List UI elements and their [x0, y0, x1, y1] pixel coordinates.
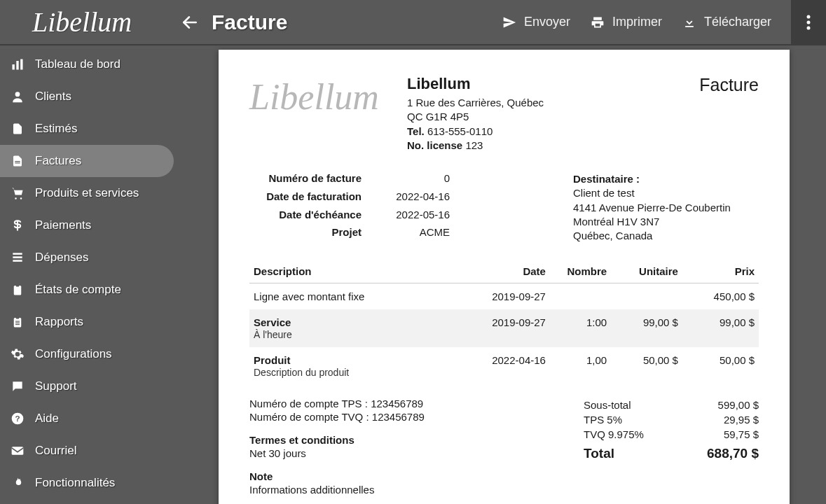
meta-project-label: Projet — [249, 226, 362, 243]
line-price: 50,00 $ — [682, 347, 759, 385]
svg-point-11 — [20, 197, 22, 200]
subtotal-value: 599,00 $ — [718, 399, 759, 411]
svg-rect-16 — [16, 285, 20, 287]
recipient-line2: Montréal H1V 3N7 — [573, 215, 759, 229]
totals-block: Sous-total 599,00 $ TPS 5% 29,95 $ TVQ 9… — [584, 398, 759, 504]
table-row: ProduitDescription du produit2022-04-161… — [249, 347, 759, 385]
sidebar-item-reports[interactable]: Rapports — [0, 306, 179, 338]
svg-point-1 — [807, 15, 811, 18]
clipboard-lines-icon — [10, 314, 25, 330]
sidebar-item-statements[interactable]: États de compte — [0, 274, 179, 306]
app-logo: Libellum — [0, 6, 179, 38]
sidebar-item-features[interactable]: Fonctionnalités — [0, 467, 179, 499]
line-desc: Description du produit — [254, 367, 349, 378]
svg-rect-6 — [20, 59, 22, 70]
send-button[interactable]: Envoyer — [502, 15, 570, 30]
company-tel-label: Tel. — [407, 125, 425, 137]
meta-due: 2022-05-16 — [366, 209, 450, 225]
line-date: 2022-04-16 — [479, 347, 550, 385]
company-license: 123 — [465, 139, 483, 151]
chat-icon — [10, 379, 25, 394]
back-button[interactable] — [179, 12, 200, 33]
table-row: Ligne avec montant fixe2019-09-27450,00 … — [249, 284, 759, 310]
col-qty: Nombre — [550, 260, 611, 284]
meta-project: ACME — [366, 226, 450, 243]
tax-account-tps: Numéro de compte TPS : 123456789 — [249, 398, 584, 410]
list-icon — [10, 250, 25, 265]
line-title: Ligne avec montant fixe — [249, 284, 479, 310]
sidebar-item-dashboard[interactable]: Tableau de bord — [0, 48, 179, 80]
sidebar-item-support[interactable]: Support — [0, 370, 179, 402]
dashboard-icon — [10, 57, 25, 72]
sidebar: Tableau de bordClientsEstimésFacturesPro… — [0, 46, 179, 504]
meta-date-label: Date de facturation — [249, 190, 362, 207]
main-area: Libellum Libellum 1 Rue des Carrières, Q… — [179, 46, 826, 504]
line-desc: À l'heure — [254, 329, 292, 340]
svg-point-7 — [15, 92, 20, 97]
line-unit — [611, 284, 682, 310]
gear-icon — [10, 346, 25, 362]
sidebar-item-label: États de compte — [35, 283, 121, 297]
svg-point-10 — [15, 197, 17, 200]
sidebar-item-invoices[interactable]: Factures — [0, 145, 174, 177]
sidebar-item-expenses[interactable]: Dépenses — [0, 241, 179, 274]
svg-rect-20 — [15, 323, 20, 323]
sidebar-item-mail[interactable]: Courriel — [0, 435, 179, 467]
col-unit: Unitaire — [611, 260, 682, 284]
meta-due-label: Date d'échéance — [249, 209, 362, 225]
print-button[interactable]: Imprimer — [590, 15, 662, 30]
more-menu-button[interactable] — [791, 0, 826, 45]
svg-text:?: ? — [15, 414, 20, 423]
items-table: Description Date Nombre Unitaire Prix Li… — [249, 260, 759, 385]
line-price: 450,00 $ — [682, 284, 759, 310]
send-label: Envoyer — [524, 15, 570, 29]
sidebar-item-payments[interactable]: Paiements — [0, 209, 179, 241]
sidebar-item-settings[interactable]: Configurations — [0, 338, 179, 370]
line-qty: 1:00 — [550, 309, 611, 347]
line-qty — [550, 284, 611, 310]
dollar-icon — [10, 218, 25, 233]
note-heading: Note — [249, 470, 584, 482]
sidebar-item-label: Dépenses — [35, 251, 89, 265]
total-value: 688,70 $ — [707, 446, 759, 461]
line-title: Service — [254, 316, 474, 328]
meta-number-label: Numéro de facture — [249, 172, 362, 189]
meta-number: 0 — [366, 172, 450, 189]
sidebar-item-estimates[interactable]: Estimés — [0, 113, 179, 145]
sidebar-item-label: Factures — [35, 154, 81, 168]
sidebar-item-help[interactable]: ?Aide — [0, 402, 179, 435]
svg-rect-19 — [15, 321, 20, 322]
svg-point-3 — [807, 26, 811, 29]
svg-rect-8 — [15, 161, 20, 162]
sidebar-item-label: Clients — [35, 90, 71, 104]
recipient-label: Destinataire : — [573, 172, 759, 186]
table-row: ServiceÀ l'heure2019-09-271:0099,00 $99,… — [249, 309, 759, 347]
company-name: Libellum — [407, 75, 699, 93]
line-date: 2019-09-27 — [479, 284, 550, 310]
doc-type: Facture — [699, 75, 759, 95]
invoice-meta: Numéro de facture 0 Date de facturation … — [249, 172, 450, 243]
doc-logo: Libellum — [249, 75, 407, 115]
svg-rect-5 — [16, 61, 18, 70]
print-label: Imprimer — [612, 15, 662, 29]
col-price: Prix — [682, 260, 759, 284]
sidebar-item-clients[interactable]: Clients — [0, 80, 179, 113]
company-block: Libellum 1 Rue des Carrières, Québec QC … — [407, 75, 699, 153]
sidebar-item-label: Produits et services — [35, 186, 139, 200]
sidebar-item-label: Estimés — [35, 122, 77, 136]
line-qty: 1,00 — [550, 347, 611, 385]
col-date: Date — [479, 260, 550, 284]
sidebar-item-label: Aide — [35, 412, 59, 426]
recipient-block: Destinataire : Client de test 4141 Avenu… — [573, 172, 759, 243]
recipient-line1: 4141 Avenue Pierre-De Coubertin — [573, 201, 759, 215]
tax-account-tvq: Numéro de compte TVQ : 123456789 — [249, 411, 584, 423]
tps-value: 29,95 $ — [724, 414, 759, 426]
svg-rect-24 — [12, 447, 24, 455]
person-icon — [10, 89, 25, 104]
svg-rect-9 — [15, 162, 20, 163]
svg-rect-18 — [16, 317, 20, 319]
sidebar-item-products[interactable]: Produits et services — [0, 177, 179, 209]
note-text: Informations additionnelles — [249, 484, 584, 496]
download-button[interactable]: Télécharger — [682, 15, 771, 30]
line-title: Produit — [254, 354, 474, 366]
